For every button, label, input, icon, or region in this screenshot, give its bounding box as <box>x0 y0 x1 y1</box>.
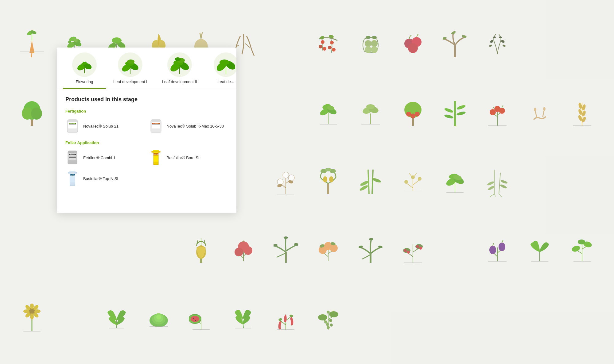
svg-rect-268 <box>68 151 76 153</box>
svg-text:Basfoliar: Basfoliar <box>70 174 75 176</box>
svg-rect-264 <box>152 125 160 125</box>
svg-point-242 <box>127 59 134 64</box>
fertigation-label: Fertigation <box>65 109 228 113</box>
tab-leaf-dev-2-label: Leaf development II <box>162 79 197 84</box>
product-novatec-solub-21-image: NovaTec <box>65 118 80 134</box>
product-fetrilon-name: Fetrilon® Combi 1 <box>83 155 115 160</box>
products-title: Products used in this stage <box>65 96 228 103</box>
svg-text:NovaTec: NovaTec <box>153 122 159 124</box>
svg-rect-254 <box>68 119 77 122</box>
tab-leaf-dev-3-label: Leaf de... <box>218 79 234 84</box>
fertigation-category: Fertigation NovaTec <box>65 109 228 134</box>
foliar-products-row2: Basfoliar Basfoliar® Top-N SL <box>65 170 228 187</box>
product-novatec-solub-21-name: NovaTec® Solub 21 <box>83 124 119 128</box>
svg-rect-257 <box>69 125 76 125</box>
foliar-category: Foliar Application Fetr <box>65 140 228 187</box>
tab-flowering[interactable]: Flowering <box>63 48 106 89</box>
product-basfoliar-boro: Basfoliar Basfoliar® Boro SL <box>149 149 228 166</box>
modal-overlay: Flowering Leaf development I <box>0 0 614 364</box>
svg-text:NovaTec: NovaTec <box>69 122 76 124</box>
svg-point-248 <box>175 57 181 61</box>
tab-flowering-image <box>72 52 97 77</box>
svg-text:Fetrilon: Fetrilon <box>70 154 75 155</box>
svg-point-237 <box>86 59 90 63</box>
svg-rect-265 <box>152 126 160 126</box>
product-fetrilon: Fetrilon Fetrilon® Combi 1 <box>65 149 145 166</box>
tab-leaf-dev-1-image <box>118 52 142 77</box>
svg-text:Basfoliar: Basfoliar <box>153 154 159 155</box>
svg-point-252 <box>220 59 229 65</box>
product-novatec-kmax: NovaTec NovaTec® Solub K-Max 10-5-30 <box>149 118 228 134</box>
product-basfoliar-topn-name: Basfoliar® Top-N SL <box>83 176 119 181</box>
tab-leaf-dev-2-image <box>167 52 192 77</box>
tab-leaf-dev-1[interactable]: Leaf development I <box>106 48 155 89</box>
product-novatec-kmax-name: NovaTec® Solub K-Max 10-5-30 <box>167 124 224 128</box>
product-basfoliar-boro-image: Basfoliar <box>149 149 163 166</box>
foliar-products-row1: Fetrilon Fetrilon® Combi 1 <box>65 149 228 166</box>
modal-panel: Flowering Leaf development I <box>57 48 236 213</box>
tab-flowering-label: Flowering <box>76 79 93 84</box>
svg-point-236 <box>79 59 83 64</box>
tabs-row: Flowering Leaf development I <box>57 48 236 89</box>
foliar-label: Foliar Application <box>65 140 228 145</box>
product-fetrilon-image: Fetrilon <box>65 149 80 166</box>
product-novatec-solub-21: NovaTec NovaTec® Solub 21 <box>65 118 145 134</box>
svg-rect-272 <box>69 157 76 158</box>
tab-leaf-dev-2[interactable]: Leaf development II <box>155 48 204 89</box>
tab-leaf-dev-3[interactable]: Leaf de... <box>204 48 236 89</box>
svg-rect-261 <box>152 119 160 122</box>
tab-leaf-dev-1-label: Leaf development I <box>113 79 147 84</box>
product-basfoliar-topn-image: Basfoliar <box>65 170 80 187</box>
svg-rect-271 <box>69 156 76 156</box>
product-basfoliar-boro-name: Basfoliar® Boro SL <box>167 155 201 160</box>
svg-rect-258 <box>69 126 76 126</box>
fertigation-products: NovaTec NovaTec® Solub 21 <box>65 118 228 134</box>
products-section: Products used in this stage Fertigation <box>57 89 236 210</box>
tab-leaf-dev-3-image <box>214 52 236 77</box>
product-novatec-kmax-image: NovaTec <box>149 118 163 134</box>
product-basfoliar-topn: Basfoliar Basfoliar® Top-N SL <box>65 170 145 187</box>
